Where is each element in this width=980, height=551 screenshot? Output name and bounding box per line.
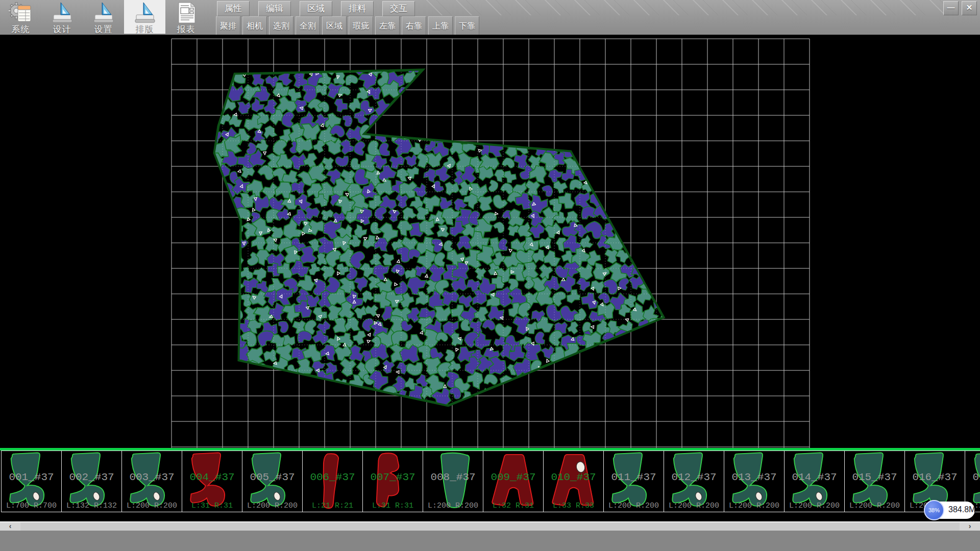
status-bar [0, 531, 980, 551]
top-toolbar: 系统 设计 设置 排版 报表 属性编辑区域排料交互 [0, 0, 980, 36]
setsquare-icon [133, 2, 157, 24]
menu-tab-nest[interactable]: 排料 [341, 1, 374, 16]
close-button[interactable]: ✕ [962, 1, 977, 15]
piece-id: 007_#37 [363, 471, 423, 483]
piece-id: 012_#37 [664, 471, 724, 483]
main-button-system[interactable]: 系统 [0, 0, 41, 34]
tool-button-select-cut[interactable]: 选割 [269, 16, 293, 36]
piece-thumbnail-004_#37[interactable]: 004_#37 L:31 R:31 [182, 450, 242, 512]
piece-thumbnail-009_#37[interactable]: 009_#37 L:32 R:31 [483, 450, 544, 512]
tool-button-align-right[interactable]: 右靠 [402, 16, 426, 36]
piece-thumbnail-008_#37[interactable]: 008_#37 L:200 R:200 [423, 450, 483, 512]
piece-id: 010_#37 [544, 471, 603, 483]
piece-lr-count: L:200 R:200 [785, 502, 844, 510]
tool-button-align-top[interactable]: 上靠 [428, 16, 453, 36]
system-icon [9, 2, 33, 24]
setsquare-icon [91, 2, 116, 24]
piece-thumbnail-007_#37[interactable]: 007_#37 L:31 R:31 [363, 450, 423, 512]
piece-thumbnail-003_#37[interactable]: 003_#37 L:200 R:200 [122, 450, 182, 512]
piece-lr-count: L:132 R:132 [62, 502, 121, 510]
piece-lr-count: L:200 R:200 [423, 502, 483, 510]
piece-id: 013_#37 [724, 471, 784, 483]
memory-percent: 38% [928, 507, 940, 513]
piece-lr-count: L:200 R:200 [604, 502, 664, 510]
piece-thumbnail-015_#37[interactable]: 015_#37 L:200 R:200 [845, 450, 905, 512]
piece-thumbnail-005_#37[interactable]: 005_#37 L:200 R:200 [242, 450, 303, 512]
piece-lr-count: L:200 R:200 [724, 502, 784, 510]
menu-tab-interactive[interactable]: 交互 [382, 1, 415, 16]
piece-id: 004_#37 [182, 471, 242, 483]
main-button-label: 排版 [124, 23, 165, 35]
main-button-nesting[interactable]: 排版 [124, 0, 165, 34]
piece-lr-count: L:200 R:200 [664, 502, 724, 510]
piece-id: 017_#37 [965, 471, 980, 483]
piece-lr-count: L:33 R:33 [544, 502, 603, 510]
memory-value: 384.8M [948, 505, 975, 514]
piece-id: 002_#37 [62, 471, 121, 483]
tool-button-region[interactable]: 区域 [322, 16, 347, 36]
piece-id: 015_#37 [845, 471, 904, 483]
piece-thumbnail-010_#37[interactable]: 010_#37 L:33 R:33 [544, 450, 604, 512]
piece-thumbnail-014_#37[interactable]: 014_#37 L:200 R:200 [785, 450, 845, 512]
tool-button-cluster-nest[interactable]: 聚排 [216, 16, 240, 36]
piece-id: 008_#37 [423, 471, 483, 483]
piece-id: 009_#37 [483, 471, 543, 483]
main-button-report[interactable]: 报表 [165, 0, 207, 34]
piece-id: 011_#37 [604, 471, 664, 483]
scroll-left-arrow-icon[interactable]: ‹ [0, 522, 20, 531]
minimize-button[interactable]: — [943, 1, 959, 15]
piece-lr-count: L:200 R:200 [242, 502, 302, 510]
piece-thumbnail-013_#37[interactable]: 013_#37 L:200 R:200 [724, 450, 785, 512]
piece-thumbnail-001_#37[interactable]: 001_#37 L:700 R:700 [1, 450, 62, 512]
piece-lr-count: L:31 R:31 [363, 502, 423, 510]
piece-id: 014_#37 [785, 471, 844, 483]
memory-percent-circle: 38% [924, 500, 944, 520]
main-button-label: 系统 [0, 23, 41, 35]
tool-button-row: 聚排相机选割全割区域瑕疵左靠右靠上靠下靠 [216, 16, 479, 36]
tool-button-align-bottom[interactable]: 下靠 [455, 16, 479, 36]
piece-id: 001_#37 [2, 471, 61, 483]
piece-lr-count: L:700 R:700 [2, 502, 61, 510]
main-button-settings[interactable]: 设置 [83, 0, 124, 34]
main-button-label: 设计 [41, 23, 83, 35]
piece-thumbnail-002_#37[interactable]: 002_#37 L:132 R:132 [62, 450, 122, 512]
tool-button-cut-all[interactable]: 全割 [296, 16, 320, 36]
piece-lr-count: L:31 R:31 [182, 502, 242, 510]
setsquare-icon [50, 2, 75, 24]
piece-id: 003_#37 [122, 471, 182, 483]
piece-lr-count: L:200 R:200 [122, 502, 182, 510]
window-controls: —✕ [943, 1, 977, 15]
tool-button-defect[interactable]: 瑕疵 [349, 16, 373, 36]
piece-id: 005_#37 [242, 471, 302, 483]
menu-tab-row: 属性编辑区域排料交互 [217, 1, 415, 16]
main-button-label: 设置 [83, 23, 124, 35]
menu-tab-properties[interactable]: 属性 [217, 1, 250, 16]
nesting-canvas[interactable] [0, 35, 980, 448]
main-button-design[interactable]: 设计 [41, 0, 83, 34]
menu-tab-region[interactable]: 区域 [300, 1, 332, 16]
piece-lr-count: L:21 R:21 [303, 502, 362, 510]
scroll-right-arrow-icon[interactable]: › [960, 522, 980, 531]
menu-tab-edit[interactable]: 编辑 [258, 1, 291, 16]
piece-lr-count: L:32 R:31 [483, 502, 543, 510]
piece-lr-count: L:200 R:200 [845, 502, 904, 510]
piece-id: 016_#37 [905, 471, 965, 483]
piece-thumbnail-011_#37[interactable]: 011_#37 L:200 R:200 [604, 450, 664, 512]
horizontal-scrollbar[interactable]: ‹ › [0, 521, 980, 531]
piece-thumbnail-012_#37[interactable]: 012_#37 L:200 R:200 [664, 450, 724, 512]
piece-thumbnail-006_#37[interactable]: 006_#37 L:21 R:21 [303, 450, 363, 512]
sheet [18, 6, 31, 21]
report-icon [174, 2, 199, 24]
main-button-bar: 系统 设计 设置 排版 报表 [0, 0, 207, 34]
tool-button-camera[interactable]: 相机 [242, 16, 267, 36]
piece-id: 006_#37 [303, 471, 362, 483]
toolbar-hatch-texture [423, 0, 944, 15]
main-button-label: 报表 [165, 23, 207, 35]
piece-thumbnail-strip: 001_#37 L:700 R:700 002_#37 L:132 R:132 … [0, 450, 980, 513]
tool-button-align-left[interactable]: 左靠 [375, 16, 400, 36]
memory-usage-badge: 38% 384.8M [925, 502, 975, 519]
